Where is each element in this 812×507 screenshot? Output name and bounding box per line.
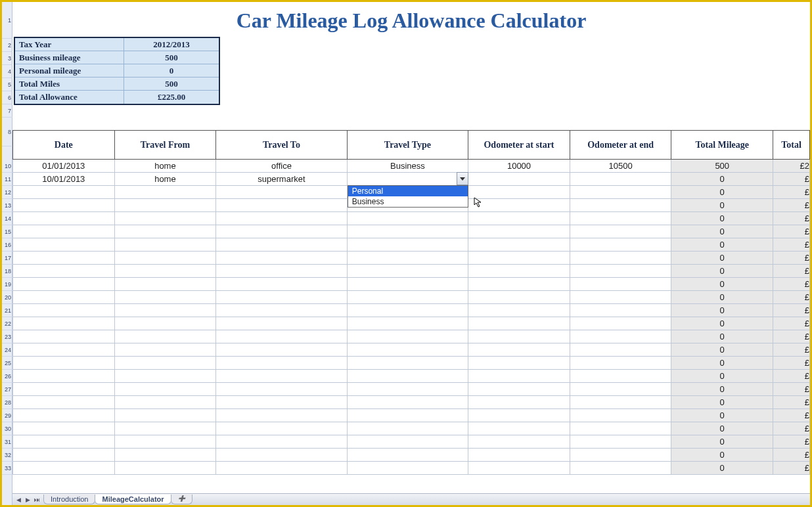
cell[interactable] bbox=[13, 370, 115, 383]
row-header[interactable]: 17 bbox=[2, 252, 12, 265]
tab-nav-prev-icon[interactable]: ◀ bbox=[14, 495, 23, 504]
cell[interactable] bbox=[13, 291, 115, 304]
row-header[interactable]: 29 bbox=[2, 409, 12, 422]
cell[interactable] bbox=[570, 291, 671, 304]
cell[interactable] bbox=[468, 449, 570, 462]
row-header[interactable]: 10 bbox=[2, 160, 12, 173]
row-header[interactable]: 23 bbox=[2, 330, 12, 343]
cell[interactable]: home bbox=[114, 173, 216, 186]
cell[interactable] bbox=[13, 409, 115, 422]
cell[interactable] bbox=[570, 409, 671, 422]
cell[interactable] bbox=[468, 343, 570, 357]
cell[interactable]: £ bbox=[773, 435, 810, 449]
cell[interactable]: 0 bbox=[671, 357, 773, 370]
cell[interactable]: 0 bbox=[671, 186, 773, 199]
cell[interactable] bbox=[468, 225, 570, 238]
cell[interactable] bbox=[570, 238, 671, 252]
cell[interactable]: £ bbox=[773, 252, 810, 265]
cell[interactable]: 0 bbox=[671, 238, 773, 252]
cell[interactable] bbox=[13, 357, 115, 370]
sheet-tab[interactable]: MileageCalculator bbox=[95, 495, 171, 504]
cell[interactable] bbox=[347, 383, 468, 396]
cell[interactable] bbox=[13, 212, 115, 225]
cell[interactable] bbox=[13, 396, 115, 409]
cell[interactable] bbox=[114, 186, 216, 199]
cell[interactable] bbox=[570, 449, 671, 462]
cell[interactable] bbox=[13, 199, 115, 212]
cell[interactable] bbox=[114, 409, 216, 422]
cell[interactable]: 0 bbox=[671, 212, 773, 225]
cell[interactable] bbox=[216, 357, 348, 370]
row-header[interactable]: 16 bbox=[2, 238, 12, 252]
cell[interactable]: £ bbox=[773, 462, 810, 475]
table-header[interactable]: Total bbox=[773, 131, 810, 160]
cell[interactable] bbox=[13, 238, 115, 252]
cell[interactable]: supermarket bbox=[216, 173, 348, 186]
cell[interactable] bbox=[114, 343, 216, 357]
cell[interactable] bbox=[570, 199, 671, 212]
cell[interactable] bbox=[347, 422, 468, 435]
row-header[interactable]: 1 bbox=[2, 2, 12, 39]
dropdown-button[interactable] bbox=[457, 172, 468, 185]
cell[interactable] bbox=[216, 383, 348, 396]
cell[interactable] bbox=[468, 383, 570, 396]
cell[interactable] bbox=[347, 343, 468, 357]
cell[interactable] bbox=[216, 304, 348, 317]
cell[interactable] bbox=[114, 278, 216, 291]
sheet-tab[interactable]: Introduction bbox=[43, 495, 95, 504]
cell[interactable] bbox=[468, 199, 570, 212]
table-header[interactable]: Odometer at start bbox=[468, 131, 570, 160]
cell[interactable] bbox=[13, 422, 115, 435]
cell[interactable]: £ bbox=[773, 265, 810, 278]
cell[interactable] bbox=[468, 291, 570, 304]
cell[interactable] bbox=[347, 317, 468, 330]
row-header[interactable]: 27 bbox=[2, 383, 12, 396]
cell[interactable] bbox=[114, 304, 216, 317]
cell[interactable] bbox=[570, 330, 671, 343]
cell[interactable] bbox=[570, 186, 671, 199]
cell[interactable] bbox=[13, 304, 115, 317]
cell[interactable] bbox=[216, 225, 348, 238]
cell[interactable] bbox=[347, 238, 468, 252]
cell[interactable] bbox=[468, 462, 570, 475]
cell[interactable] bbox=[468, 330, 570, 343]
row-header[interactable]: 8 bbox=[2, 118, 12, 146]
cell[interactable] bbox=[216, 291, 348, 304]
cell[interactable] bbox=[216, 449, 348, 462]
cell[interactable]: home bbox=[114, 160, 216, 173]
cell[interactable]: office bbox=[216, 160, 348, 173]
cell[interactable] bbox=[114, 383, 216, 396]
cell[interactable] bbox=[347, 449, 468, 462]
row-header[interactable]: 12 bbox=[2, 186, 12, 199]
table-header[interactable]: Odometer at end bbox=[570, 131, 671, 160]
cell[interactable] bbox=[347, 396, 468, 409]
cell[interactable] bbox=[114, 370, 216, 383]
cell[interactable]: 0 bbox=[671, 462, 773, 475]
cell[interactable] bbox=[570, 396, 671, 409]
row-header[interactable]: 28 bbox=[2, 396, 12, 409]
cell[interactable]: £ bbox=[773, 370, 810, 383]
cell[interactable]: 0 bbox=[671, 304, 773, 317]
table-header[interactable]: Travel Type bbox=[347, 131, 468, 160]
cell[interactable] bbox=[13, 343, 115, 357]
table-header[interactable]: Total Mileage bbox=[671, 131, 773, 160]
row-header[interactable]: 14 bbox=[2, 212, 12, 225]
cell[interactable] bbox=[570, 462, 671, 475]
row-header[interactable]: 21 bbox=[2, 304, 12, 317]
row-header[interactable]: 5 bbox=[2, 78, 12, 91]
table-header[interactable]: Date bbox=[13, 131, 115, 160]
cell[interactable]: 10500 bbox=[570, 160, 671, 173]
cell[interactable]: 0 bbox=[671, 252, 773, 265]
row-header[interactable]: 3 bbox=[2, 52, 12, 65]
cell[interactable] bbox=[216, 396, 348, 409]
cell[interactable] bbox=[347, 225, 468, 238]
row-header[interactable]: 13 bbox=[2, 199, 12, 212]
cell[interactable] bbox=[468, 357, 570, 370]
cell[interactable]: Business bbox=[347, 160, 468, 173]
table-header[interactable]: Travel To bbox=[216, 131, 348, 160]
cell[interactable]: £ bbox=[773, 225, 810, 238]
cell[interactable]: 0 bbox=[671, 396, 773, 409]
cell[interactable]: 10/01/2013 bbox=[13, 173, 115, 186]
cell[interactable]: £ bbox=[773, 449, 810, 462]
cell[interactable] bbox=[114, 238, 216, 252]
